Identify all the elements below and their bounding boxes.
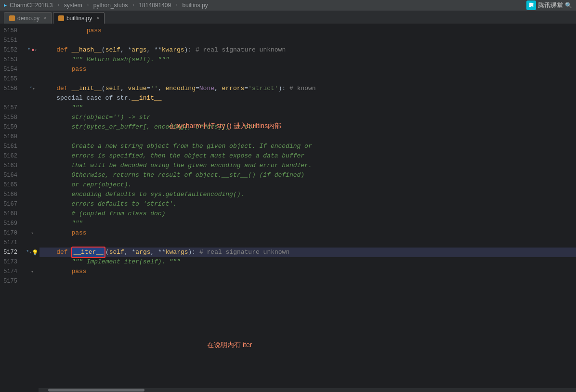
brand-text: 腾讯课堂 <box>538 1 563 10</box>
line-num-5156: 5156 <box>0 84 21 93</box>
code-fn-5172-highlighted: __iter__ <box>71 247 105 258</box>
code-line-5152: def __hash__(self, *args, **kwargs): # r… <box>39 45 576 55</box>
line-num-5154: 5154 <box>0 65 21 74</box>
line-num-5168: 5168 <box>0 209 21 219</box>
line-num-5170: 5170 <box>0 228 21 238</box>
title-file: builtins.py <box>182 2 208 9</box>
code-line-5168: # (copied from class doc) <box>39 209 576 219</box>
code-line-5171 <box>39 238 576 248</box>
marker-5172: * ▾ 💡 <box>26 248 38 257</box>
editor-container: 5150 5151 5152 5153 5154 5155 5156 5157 … <box>0 24 576 392</box>
line-num-5175: 5175 <box>0 276 21 286</box>
marker-5152: * ● ▾ <box>27 45 37 55</box>
code-line-5174: pass <box>39 267 576 276</box>
h-scrollbar-thumb[interactable] <box>48 389 144 392</box>
tab-bar: demo.py × builtins.py × <box>0 11 576 24</box>
code-def-5156: def <box>56 84 71 93</box>
line-num-5173: 5173 <box>0 257 21 267</box>
tab-builtins-py[interactable]: builtins.py × <box>53 12 105 24</box>
tab-demo-py[interactable]: demo.py × <box>4 12 52 24</box>
code-line-5156b: special case of str.__init__ <box>39 93 576 103</box>
code-line-5170: pass <box>39 228 576 238</box>
line-num-5169: 5169 <box>0 219 21 228</box>
brand-area: 腾 腾讯课堂 🔍 <box>526 0 572 10</box>
code-line-5153: """ Return hash(self). """ <box>39 55 576 65</box>
code-line-5156: def __init__(self, value='', encoding=No… <box>39 84 576 93</box>
brand-logo: 腾 <box>526 0 536 10</box>
code-def-5152: def <box>56 45 71 55</box>
code-line-5158: str(object='') -> str <box>39 113 576 122</box>
line-num-5172: 5172 <box>0 248 21 257</box>
code-comment-5152: # real signature <box>196 45 260 55</box>
line-num-5171: 5171 <box>0 238 21 248</box>
code-indent <box>41 26 87 36</box>
annotation-iter: 在说明内有 iter <box>207 341 252 350</box>
tab-label-builtins: builtins.py <box>66 15 92 22</box>
code-line-5161: Create a new string object from the give… <box>39 142 576 151</box>
code-line-5175 <box>39 276 576 286</box>
code-line-5159: str(bytes_or_buffer[, encoding[, errors]… <box>39 122 576 132</box>
circle-marker-5152: ● <box>31 47 35 53</box>
code-line-5157: """ <box>39 103 576 113</box>
search-icon[interactable]: 🔍 <box>565 2 572 9</box>
code-line-5163: that will be decoded using the given enc… <box>39 161 576 170</box>
py-file-icon <box>9 15 15 21</box>
line-num-5164: 5164 <box>0 170 21 180</box>
code-line-5160 <box>39 132 576 142</box>
code-line-5155 <box>39 74 576 84</box>
line-num-5156b <box>0 93 21 103</box>
bulb-marker-5172[interactable]: 💡 <box>32 249 39 256</box>
line-num-5153: 5153 <box>0 55 21 65</box>
line-num-5160: 5160 <box>0 132 21 142</box>
tab-close-builtins[interactable]: × <box>96 15 99 21</box>
line-num-5161: 5161 <box>0 142 21 151</box>
markers-column: * ● ▾ * ▾ ▾ * ▾ 💡 <box>25 24 39 392</box>
code-def-5172: def <box>56 248 71 257</box>
line-num-5163: 5163 <box>0 161 21 170</box>
title-bar: ▶ CharmCE2018.3 › system › python_stubs … <box>0 0 576 11</box>
title-folder1: system <box>64 2 82 9</box>
code-line-5172: def __iter__(self, *args, **kwargs): # r… <box>39 248 576 257</box>
marker-5174: ▾ <box>31 267 33 276</box>
gutter: 5150 5151 5152 5153 5154 5155 5156 5157 … <box>0 24 25 392</box>
annotation-sty: 在pycharm中打 sty () 进入builtins内部 <box>169 122 281 131</box>
line-num-5157: 5157 <box>0 103 21 113</box>
title-folder2: python_stubs <box>93 2 128 9</box>
code-fn-5152: __hash__ <box>71 45 101 55</box>
line-num-5159: 5159 <box>0 122 21 132</box>
line-num-5152: 5152 <box>0 45 21 55</box>
line-num-5165: 5165 <box>0 180 21 190</box>
code-pass-5150: pass <box>87 26 102 36</box>
code-line-5162: errors is specified, then the object mus… <box>39 151 576 161</box>
code-line-5169: """ <box>39 219 576 228</box>
marker-5156: * ▾ <box>29 84 35 93</box>
line-num-5155: 5155 <box>0 74 21 84</box>
tab-label-demo: demo.py <box>17 15 39 22</box>
code-line-5165: or repr(object). <box>39 180 576 190</box>
line-num-5167: 5167 <box>0 199 21 209</box>
h-scrollbar[interactable] <box>39 388 576 392</box>
title-folder3: 1814091409 <box>139 2 171 9</box>
fold-marker-5156[interactable]: ▾ <box>32 86 35 91</box>
code-line-5164: Otherwise, returns the result of object.… <box>39 170 576 180</box>
code-line-5154: pass <box>39 65 576 74</box>
title-app: CharmCE2018.3 <box>10 2 52 9</box>
line-num-5166: 5166 <box>0 190 21 199</box>
fold-marker-5174[interactable]: ▾ <box>31 269 33 274</box>
tab-close-demo[interactable]: × <box>44 15 47 21</box>
code-line-5151 <box>39 36 576 45</box>
code-unknown-5152: unknown <box>260 45 286 55</box>
line-num-5162: 5162 <box>0 151 21 161</box>
fold-marker-5152[interactable]: ▾ <box>35 48 37 53</box>
line-num-5151: 5151 <box>0 36 21 45</box>
star-marker-5152: * <box>27 48 30 53</box>
code-line-5150: pass <box>39 26 576 36</box>
code-docstring-5153: """ Return hash(self). """ <box>71 55 169 65</box>
marker-5170: ▾ <box>31 228 33 238</box>
app-icon: ▶ <box>4 2 7 8</box>
code-content[interactable]: pass def __hash__(self, *args, **kwargs)… <box>39 24 576 392</box>
code-fn-5156: __init__ <box>71 84 101 93</box>
line-num-5174: 5174 <box>0 267 21 276</box>
line-num-5150: 5150 <box>0 26 21 36</box>
fold-marker-5170[interactable]: ▾ <box>31 231 33 236</box>
